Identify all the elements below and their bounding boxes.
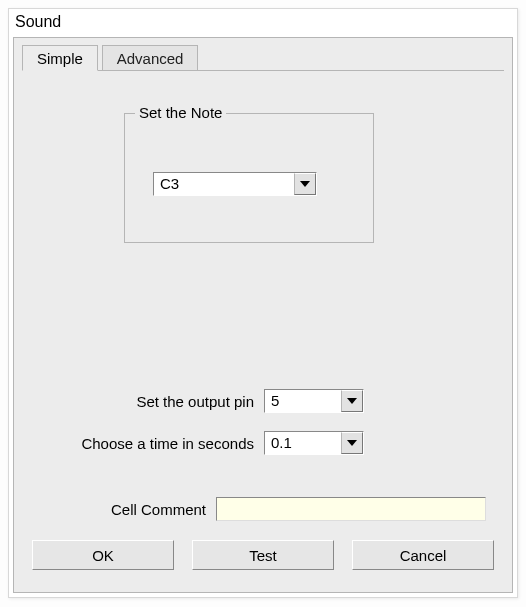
- test-button[interactable]: Test: [192, 540, 334, 570]
- output-pin-row: Set the output pin 5: [14, 388, 512, 414]
- output-pin-combobox[interactable]: 5: [264, 389, 364, 413]
- time-seconds-combobox[interactable]: 0.1: [264, 431, 364, 455]
- cancel-button[interactable]: Cancel: [352, 540, 494, 570]
- output-pin-dropdown-button[interactable]: [341, 390, 363, 412]
- output-pin-label: Set the output pin: [14, 393, 264, 410]
- cell-comment-input[interactable]: [216, 497, 486, 521]
- set-the-note-legend: Set the Note: [135, 104, 226, 121]
- tab-advanced[interactable]: Advanced: [102, 45, 199, 71]
- time-seconds-label: Choose a time in seconds: [14, 435, 264, 452]
- cell-comment-label: Cell Comment: [14, 501, 216, 518]
- chevron-down-icon: [300, 181, 310, 187]
- chevron-down-icon: [347, 440, 357, 446]
- sound-dialog: Sound Simple Advanced Set the Note C3 Se…: [9, 9, 517, 597]
- note-selected-value: C3: [154, 173, 294, 195]
- note-dropdown-button[interactable]: [294, 173, 316, 195]
- set-the-note-group: Set the Note C3: [124, 113, 374, 243]
- time-seconds-row: Choose a time in seconds 0.1: [14, 430, 512, 456]
- tab-simple[interactable]: Simple: [22, 45, 98, 71]
- time-seconds-selected-value: 0.1: [265, 432, 341, 454]
- tabstrip: Simple Advanced: [22, 44, 198, 70]
- dialog-client: Simple Advanced Set the Note C3 Set the …: [13, 37, 513, 593]
- ok-button[interactable]: OK: [32, 540, 174, 570]
- chevron-down-icon: [347, 398, 357, 404]
- dialog-button-row: OK Test Cancel: [32, 540, 494, 570]
- output-pin-selected-value: 5: [265, 390, 341, 412]
- window-title: Sound: [15, 13, 61, 31]
- cell-comment-row: Cell Comment: [14, 496, 512, 522]
- time-seconds-dropdown-button[interactable]: [341, 432, 363, 454]
- note-combobox[interactable]: C3: [153, 172, 317, 196]
